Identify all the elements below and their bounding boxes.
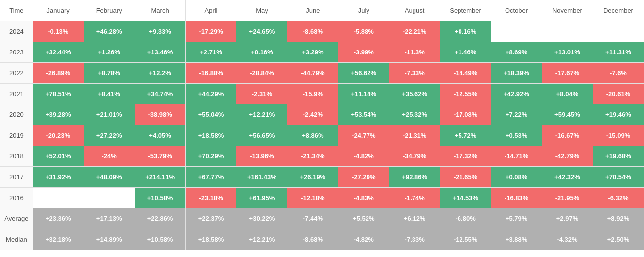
data-cell: +0.16%	[440, 21, 491, 42]
data-cell: +12.21%	[236, 104, 287, 125]
data-cell: +19.68%	[593, 146, 644, 167]
stat-cell: -7.33%	[389, 229, 440, 250]
data-cell: -21.65%	[440, 167, 491, 188]
data-cell: +8.04%	[542, 84, 593, 104]
data-cell: -16.83%	[491, 188, 542, 208]
stat-cell: -4.82%	[338, 229, 389, 250]
year-label: 2021	[0, 84, 33, 104]
data-cell: +48.09%	[84, 167, 135, 188]
stat-cell: -8.68%	[287, 229, 338, 250]
data-cell: +67.77%	[185, 167, 236, 188]
data-cell: +10.58%	[135, 188, 185, 208]
data-cell: -23.18%	[185, 188, 236, 208]
table-row: 2022-26.89%+8.78%+12.2%-16.88%-28.84%-44…	[0, 63, 644, 84]
data-cell: -4.82%	[338, 146, 389, 167]
data-cell: +26.19%	[287, 167, 338, 188]
data-cell: -13.96%	[236, 146, 287, 167]
data-cell: -14.71%	[491, 146, 542, 167]
data-cell: -28.84%	[236, 63, 287, 84]
table-row: 2021+78.51%+8.41%+34.74%+44.29%-2.31%-15…	[0, 84, 644, 104]
data-cell: -24%	[84, 146, 135, 167]
data-cell: -15.09%	[593, 125, 644, 146]
data-cell	[84, 188, 135, 208]
year-label: 2024	[0, 21, 33, 42]
data-cell: -20.23%	[33, 125, 84, 146]
year-label: 2017	[0, 167, 33, 188]
stat-cell: -4.32%	[542, 229, 593, 250]
data-cell: -20.61%	[593, 84, 644, 104]
data-cell: -42.79%	[542, 146, 593, 167]
data-cell	[491, 21, 542, 42]
data-cell: -17.67%	[542, 63, 593, 84]
year-label: 2016	[0, 188, 33, 208]
average-label: Average	[0, 208, 33, 229]
data-cell	[33, 188, 84, 208]
data-cell: -4.83%	[338, 188, 389, 208]
average-row: Average+23.36%+17.13%+22.86%+22.37%+30.2…	[0, 208, 644, 229]
data-cell: -24.77%	[338, 125, 389, 146]
stat-cell: +22.37%	[185, 208, 236, 229]
data-cell: +0.53%	[491, 125, 542, 146]
stat-cell: +10.58%	[135, 229, 185, 250]
month-header-february: February	[84, 0, 135, 21]
table-row: 2020+39.28%+21.01%-38.98%+55.04%+12.21%-…	[0, 104, 644, 125]
data-cell: +46.28%	[84, 21, 135, 42]
month-header-march: March	[135, 0, 185, 21]
month-header-november: November	[542, 0, 593, 21]
data-cell: -21.95%	[542, 188, 593, 208]
data-cell: -15.9%	[287, 84, 338, 104]
data-cell: +70.54%	[593, 167, 644, 188]
stat-cell: +14.89%	[84, 229, 135, 250]
data-cell: +7.22%	[491, 104, 542, 125]
data-cell: +2.71%	[185, 42, 236, 63]
stat-cell: -12.55%	[440, 229, 491, 250]
month-header-january: January	[33, 0, 84, 21]
data-cell: -16.67%	[542, 125, 593, 146]
data-cell: +92.86%	[389, 167, 440, 188]
month-header-april: April	[185, 0, 236, 21]
data-cell: +8.41%	[84, 84, 135, 104]
data-cell: +24.65%	[236, 21, 287, 42]
stat-cell: -6.80%	[440, 208, 491, 229]
stat-cell: +18.58%	[185, 229, 236, 250]
data-cell: +5.72%	[440, 125, 491, 146]
data-cell: +56.65%	[236, 125, 287, 146]
data-cell: +44.29%	[185, 84, 236, 104]
data-cell: +59.45%	[542, 104, 593, 125]
data-cell: +14.53%	[440, 188, 491, 208]
stat-cell: +2.97%	[542, 208, 593, 229]
data-cell: +52.01%	[33, 146, 84, 167]
year-label: 2022	[0, 63, 33, 84]
stat-cell: +32.18%	[33, 229, 84, 250]
data-cell: +34.74%	[135, 84, 185, 104]
data-cell: +39.28%	[33, 104, 84, 125]
data-cell: +13.46%	[135, 42, 185, 63]
year-label: 2019	[0, 125, 33, 146]
stat-cell: +3.88%	[491, 229, 542, 250]
data-cell: -16.88%	[185, 63, 236, 84]
data-cell: +8.69%	[491, 42, 542, 63]
data-cell: +61.95%	[236, 188, 287, 208]
data-cell: +53.54%	[338, 104, 389, 125]
month-header-september: September	[440, 0, 491, 21]
returns-table: TimeJanuaryFebruaryMarchAprilMayJuneJuly…	[0, 0, 644, 250]
time-header: Time	[0, 0, 33, 21]
data-cell: +161.43%	[236, 167, 287, 188]
data-cell: -14.49%	[440, 63, 491, 84]
data-cell: -5.88%	[338, 21, 389, 42]
month-header-december: December	[593, 0, 644, 21]
data-cell: -38.98%	[135, 104, 185, 125]
data-cell: +1.46%	[440, 42, 491, 63]
stat-cell: +30.22%	[236, 208, 287, 229]
data-cell: +42.92%	[491, 84, 542, 104]
data-cell: +11.31%	[593, 42, 644, 63]
stat-cell: +23.36%	[33, 208, 84, 229]
data-cell	[593, 21, 644, 42]
data-cell: -3.99%	[338, 42, 389, 63]
data-cell: -2.42%	[287, 104, 338, 125]
year-label: 2018	[0, 146, 33, 167]
data-cell: -12.18%	[287, 188, 338, 208]
data-cell: -53.79%	[135, 146, 185, 167]
table-row: 2017+31.92%+48.09%+214.11%+67.77%+161.43…	[0, 167, 644, 188]
data-cell: +18.39%	[491, 63, 542, 84]
